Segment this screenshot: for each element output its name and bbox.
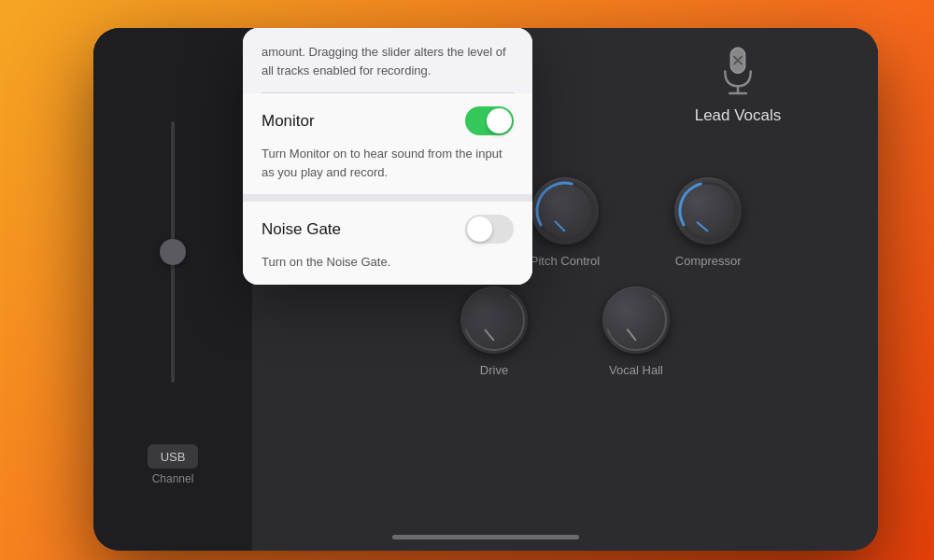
monitor-description-text: Turn Monitor on to hear sound from the i…	[262, 145, 514, 181]
device-wrapper: USB Channel	[56, 19, 878, 541]
monitor-description-area: Turn Monitor on to hear sound from the i…	[243, 145, 532, 194]
popup-description-area: amount. Dragging the slider alters the l…	[243, 28, 532, 92]
compressor-knob-label: Compressor	[675, 254, 742, 268]
vocal-hall-knob-label: Vocal Hall	[609, 363, 663, 377]
noise-gate-toggle-thumb	[467, 217, 492, 242]
track-name-label: Lead Vocals	[695, 106, 782, 125]
popup-section-divider	[243, 194, 532, 202]
popup-description-text: amount. Dragging the slider alters the l…	[262, 43, 514, 79]
channel-type-label: USB	[161, 450, 186, 464]
svg-point-9	[674, 177, 742, 245]
sidebar-label-group: USB Channel	[93, 444, 252, 485]
sidebar: USB Channel	[93, 28, 252, 551]
svg-point-11	[606, 290, 666, 350]
vocal-hall-knob[interactable]	[602, 287, 670, 354]
noise-gate-label: Noise Gate	[262, 220, 341, 239]
noise-gate-row: Noise Gate	[243, 202, 532, 253]
drive-knob-label: Drive	[480, 363, 508, 377]
monitor-row: Monitor	[243, 93, 532, 145]
compressor-knob[interactable]	[674, 177, 742, 245]
noise-gate-description-text: Turn on the Noise Gate.	[262, 253, 514, 272]
pitch-control-knob[interactable]	[531, 177, 599, 245]
pitch-control-knob-label: Pitch Control	[531, 254, 600, 268]
volume-slider-thumb[interactable]	[160, 239, 186, 265]
ipad-device: USB Channel	[93, 28, 878, 551]
monitor-toggle[interactable]	[465, 106, 514, 135]
channel-sublabel: Channel	[152, 472, 194, 485]
app-background: USB Channel	[93, 28, 878, 551]
microphone-icon	[715, 43, 761, 99]
pitch-control-knob-container: Pitch Control	[531, 177, 600, 268]
svg-point-7	[531, 177, 599, 245]
svg-point-10	[464, 290, 524, 350]
knobs-row-2: Drive Vocal Hall	[460, 287, 670, 377]
noise-gate-description-area: Turn on the Noise Gate.	[243, 253, 532, 285]
monitor-toggle-thumb	[487, 108, 512, 133]
noise-gate-toggle[interactable]	[465, 215, 514, 244]
monitor-label: Monitor	[262, 112, 315, 131]
home-indicator	[392, 535, 579, 539]
vocal-hall-knob-container: Vocal Hall	[602, 287, 670, 377]
volume-slider-track[interactable]	[171, 121, 175, 383]
compressor-knob-container: Compressor	[674, 177, 742, 268]
channel-label-box: USB	[148, 444, 199, 469]
settings-popup: amount. Dragging the slider alters the l…	[243, 28, 532, 285]
drive-knob[interactable]	[460, 287, 528, 354]
drive-knob-container: Drive	[460, 287, 528, 377]
track-header: Lead Vocals	[598, 28, 878, 140]
